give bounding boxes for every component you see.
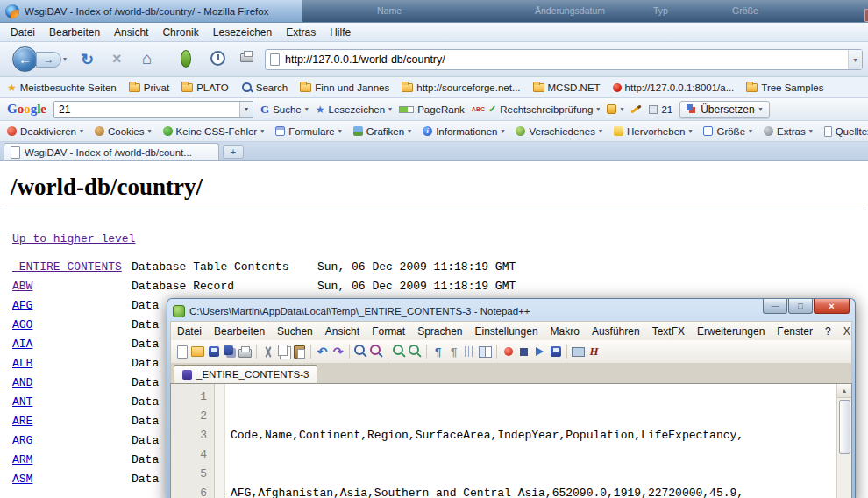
vertical-scrollbar[interactable]: ▲	[836, 384, 851, 498]
up-to-higher-level-link[interactable]: Up to higher level	[12, 232, 135, 245]
highlighter-button[interactable]	[630, 108, 642, 110]
bookmark-search[interactable]: Search	[241, 82, 288, 93]
save-all-icon[interactable]	[222, 345, 237, 359]
bookmark-mcsd[interactable]: MCSD.NET	[533, 82, 601, 93]
close-button[interactable]: ×	[864, 9, 868, 22]
find-icon[interactable]	[353, 345, 368, 359]
bookmark-most-visited[interactable]: ★Meistbesuchte Seiten	[7, 82, 117, 94]
url-input[interactable]: http://127.0.0.1/world-db/country/	[285, 53, 848, 66]
print-icon[interactable]	[238, 345, 253, 359]
counter-widget[interactable]: 21	[649, 104, 672, 115]
tab-wsgidav[interactable]: WsgiDAV - Index of /world-db/count...	[4, 143, 219, 160]
reload-button[interactable]: ↻	[81, 50, 94, 69]
webdev-deaktivieren[interactable]: Deaktivieren▾	[7, 126, 83, 137]
entry-link[interactable]: ARE	[12, 415, 32, 428]
show-all-characters-icon[interactable]: ¶	[446, 345, 461, 359]
textfx-icon[interactable]: H	[587, 345, 601, 359]
print-button[interactable]	[240, 53, 253, 62]
entry-link[interactable]: ASM	[12, 473, 32, 486]
npp-menu-format[interactable]: Format	[366, 325, 411, 338]
maximize-button[interactable]: □	[788, 299, 813, 314]
npp-menu-help[interactable]: ?	[819, 325, 837, 338]
save-icon[interactable]	[206, 345, 221, 359]
editor-text[interactable]: Code,Name,Continent,Region,SurfaceArea,I…	[225, 384, 836, 498]
webdev-quelltext[interactable]: Quelltext	[824, 126, 868, 137]
webdev-verschiedenes[interactable]: Verschiedenes▾	[516, 126, 601, 137]
autofill-button[interactable]: ▾	[607, 104, 623, 114]
menu-datei[interactable]: Datei	[4, 26, 42, 39]
npp-menu-bearbeiten[interactable]: Bearbeiten	[208, 325, 271, 338]
translate-button[interactable]: Übersetzen▾	[679, 101, 769, 118]
new-tab-button[interactable]: +	[223, 145, 244, 159]
menu-hilfe[interactable]: Hilfe	[323, 26, 358, 39]
forward-button[interactable]: →	[36, 52, 61, 68]
notepad-window[interactable]: C:\Users\Martin\AppData\Local\Temp\_ENTI…	[167, 298, 856, 498]
bookmark-finn-und-jannes[interactable]: Finn und Jannes	[300, 82, 389, 93]
minimize-button[interactable]: —	[763, 299, 787, 314]
firefox-titlebar[interactable]: WsgiDAV - Index of /world-db/country/ - …	[0, 0, 868, 23]
history-clock-icon[interactable]	[210, 51, 225, 66]
search-dropdown-icon[interactable]: ▾	[239, 102, 253, 117]
webdev-css[interactable]: Keine CSS-Fehler▾	[163, 126, 265, 137]
npp-menu-ansicht[interactable]: Ansicht	[319, 325, 366, 338]
zoom-out-icon[interactable]	[408, 345, 423, 359]
npp-menu-makro[interactable]: Makro	[544, 325, 586, 338]
npp-menu-fenster[interactable]: Fenster	[771, 325, 819, 338]
bookmark-privat[interactable]: Privat	[129, 82, 169, 93]
split-view-icon[interactable]	[478, 345, 493, 359]
npp-menu-sprachen[interactable]: Sprachen	[411, 325, 468, 338]
npp-menu-suchen[interactable]: Suchen	[271, 325, 319, 338]
word-wrap-icon[interactable]: ¶	[430, 345, 445, 359]
entry-link[interactable]: _ENTIRE_CONTENTS	[12, 260, 122, 274]
entry-link[interactable]: ARM	[12, 453, 32, 466]
menu-lesezeichen[interactable]: Lesezeichen	[206, 26, 279, 39]
menu-chronik[interactable]: Chronik	[155, 26, 205, 39]
bookmark-tree-samples[interactable]: Tree Samples	[746, 82, 823, 93]
open-file-icon[interactable]	[190, 345, 205, 359]
entry-link[interactable]: AND	[12, 376, 32, 389]
menu-ansicht[interactable]: Ansicht	[107, 26, 155, 39]
entry-link[interactable]: AIA	[12, 338, 32, 351]
npp-menu-close-doc[interactable]: X	[837, 325, 860, 338]
webdev-informationen[interactable]: iInformationen▾	[423, 126, 504, 137]
copy-icon[interactable]	[276, 345, 291, 359]
entry-link[interactable]: ABW	[12, 280, 32, 293]
google-bookmarks-button[interactable]: ★Lesezeichen▾	[316, 103, 392, 116]
npp-menu-ausfuehren[interactable]: Ausführen	[586, 325, 646, 338]
webdev-hervorheben[interactable]: Hervorheben▾	[614, 126, 693, 137]
home-button[interactable]: ⌂	[142, 49, 152, 68]
entry-link[interactable]: AFG	[12, 299, 32, 312]
bookmark-localhost-8001[interactable]: http://127.0.0.1:8001/a...	[613, 82, 735, 93]
new-file-icon[interactable]	[174, 345, 189, 359]
greasemonkey-icon[interactable]	[181, 50, 191, 68]
scroll-up-icon[interactable]: ▲	[837, 384, 851, 398]
webdev-groesse[interactable]: Größe▾	[703, 126, 752, 137]
entry-link[interactable]: ANT	[12, 395, 32, 409]
editor[interactable]: 1 2 3 4 5 6 Code,Name,Continent,Region,S…	[170, 383, 852, 498]
undo-icon[interactable]: ↶	[315, 345, 330, 359]
webdev-cookies[interactable]: Cookies▾	[95, 126, 152, 137]
notepad-titlebar[interactable]: C:\Users\Martin\AppData\Local\Temp\_ENTI…	[170, 302, 852, 321]
webdev-extras[interactable]: Extras▾	[764, 126, 813, 137]
zoom-in-icon[interactable]	[392, 345, 407, 359]
bookmark-sourceforge[interactable]: http://sourceforge.net...	[402, 82, 520, 93]
entry-link[interactable]: ARG	[12, 434, 32, 447]
google-search-box[interactable]: 21▾	[53, 101, 253, 118]
indent-guide-icon[interactable]	[462, 345, 477, 359]
find-replace-icon[interactable]	[369, 345, 384, 359]
save-macro-icon[interactable]	[548, 345, 563, 359]
pagerank-widget[interactable]: PageRank	[399, 104, 465, 115]
npp-menu-textfx[interactable]: TextFX	[646, 325, 691, 338]
history-dropdown-icon[interactable]: ▾	[63, 55, 67, 63]
url-bar[interactable]: http://127.0.0.1/world-db/country/ ▾	[265, 49, 863, 70]
url-dropdown-icon[interactable]: ▾	[848, 50, 862, 69]
spellcheck-button[interactable]: ABC✓Rechtschreibprüfung▾	[472, 103, 601, 115]
back-button[interactable]: ←	[12, 46, 38, 72]
npp-menu-einstellungen[interactable]: Einstellungen	[469, 325, 544, 338]
play-macro-icon[interactable]	[532, 345, 547, 359]
document-tab[interactable]: _ENTIRE_CONTENTS-3	[174, 365, 317, 383]
bookmark-plato[interactable]: PLATO	[181, 82, 229, 93]
close-button[interactable]: ×	[814, 299, 850, 314]
fullscreen-icon[interactable]	[571, 345, 586, 359]
webdev-formulare[interactable]: Formulare▾	[275, 126, 341, 137]
